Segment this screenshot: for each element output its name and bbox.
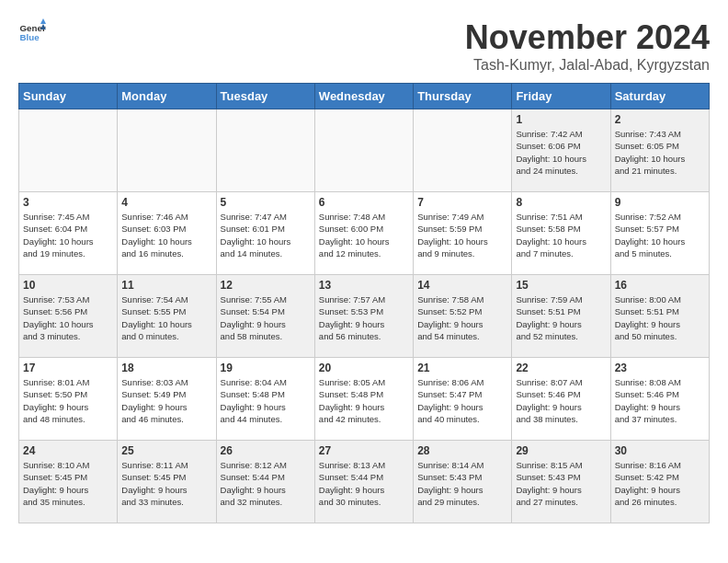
day-info: Sunrise: 7:42 AM Sunset: 6:06 PM Dayligh…	[516, 128, 606, 177]
day-number: 21	[417, 362, 507, 374]
day-number: 6	[319, 196, 409, 209]
calendar-cell: 16Sunrise: 8:00 AM Sunset: 5:51 PM Dayli…	[610, 275, 709, 358]
calendar-cell: 4Sunrise: 7:46 AM Sunset: 6:03 PM Daylig…	[118, 192, 216, 275]
day-info: Sunrise: 7:46 AM Sunset: 6:03 PM Dayligh…	[121, 211, 211, 259]
day-info: Sunrise: 7:59 AM Sunset: 5:51 PM Dayligh…	[516, 293, 606, 342]
calendar-cell: 5Sunrise: 7:47 AM Sunset: 6:01 PM Daylig…	[216, 192, 314, 275]
calendar-cell: 18Sunrise: 8:03 AM Sunset: 5:49 PM Dayli…	[118, 358, 216, 441]
calendar-cell: 14Sunrise: 7:58 AM Sunset: 5:52 PM Dayli…	[414, 275, 512, 358]
day-info: Sunrise: 8:16 AM Sunset: 5:42 PM Dayligh…	[615, 459, 705, 508]
day-number: 29	[516, 444, 606, 457]
calendar-cell: 7Sunrise: 7:49 AM Sunset: 5:59 PM Daylig…	[414, 192, 512, 275]
day-info: Sunrise: 8:13 AM Sunset: 5:44 PM Dayligh…	[319, 459, 409, 508]
calendar-week-row: 17Sunrise: 8:01 AM Sunset: 5:50 PM Dayli…	[19, 358, 710, 441]
day-info: Sunrise: 8:14 AM Sunset: 5:43 PM Dayligh…	[417, 459, 507, 508]
calendar-week-row: 24Sunrise: 8:10 AM Sunset: 5:45 PM Dayli…	[19, 441, 710, 523]
calendar-cell: 24Sunrise: 8:10 AM Sunset: 5:45 PM Dayli…	[19, 441, 118, 523]
calendar-cell: 12Sunrise: 7:55 AM Sunset: 5:54 PM Dayli…	[216, 275, 314, 358]
title-section: November 2024 Tash-Kumyr, Jalal-Abad, Ky…	[465, 18, 710, 74]
calendar-cell	[216, 109, 314, 192]
day-info: Sunrise: 8:01 AM Sunset: 5:50 PM Dayligh…	[23, 376, 113, 425]
day-number: 24	[23, 444, 113, 457]
calendar-cell: 17Sunrise: 8:01 AM Sunset: 5:50 PM Dayli…	[19, 358, 118, 441]
calendar-cell: 2Sunrise: 7:43 AM Sunset: 6:05 PM Daylig…	[610, 109, 709, 192]
day-number: 14	[417, 279, 507, 292]
weekday-header-sunday: Sunday	[19, 84, 118, 109]
day-info: Sunrise: 7:54 AM Sunset: 5:55 PM Dayligh…	[121, 293, 211, 342]
calendar-cell: 8Sunrise: 7:51 AM Sunset: 5:58 PM Daylig…	[512, 192, 610, 275]
day-number: 18	[121, 362, 211, 374]
day-number: 9	[615, 196, 705, 209]
day-info: Sunrise: 8:04 AM Sunset: 5:48 PM Dayligh…	[221, 376, 311, 425]
svg-text:Blue: Blue	[20, 32, 40, 42]
calendar-cell: 15Sunrise: 7:59 AM Sunset: 5:51 PM Dayli…	[512, 275, 610, 358]
weekday-header-saturday: Saturday	[610, 84, 709, 109]
day-info: Sunrise: 8:11 AM Sunset: 5:45 PM Dayligh…	[121, 459, 211, 508]
calendar-week-row: 10Sunrise: 7:53 AM Sunset: 5:56 PM Dayli…	[19, 275, 710, 358]
day-number: 26	[221, 444, 311, 457]
calendar-cell: 20Sunrise: 8:05 AM Sunset: 5:48 PM Dayli…	[314, 358, 413, 441]
weekday-header-tuesday: Tuesday	[216, 84, 314, 109]
day-number: 1	[516, 113, 606, 126]
calendar-week-row: 1Sunrise: 7:42 AM Sunset: 6:06 PM Daylig…	[19, 109, 710, 192]
day-number: 20	[319, 362, 409, 374]
calendar-cell: 22Sunrise: 8:07 AM Sunset: 5:46 PM Dayli…	[512, 358, 610, 441]
day-info: Sunrise: 7:48 AM Sunset: 6:00 PM Dayligh…	[319, 211, 409, 259]
day-info: Sunrise: 7:58 AM Sunset: 5:52 PM Dayligh…	[417, 293, 507, 342]
page-header: General Blue November 2024 Tash-Kumyr, J…	[18, 18, 710, 74]
calendar-cell: 11Sunrise: 7:54 AM Sunset: 5:55 PM Dayli…	[118, 275, 216, 358]
logo: General Blue	[18, 18, 46, 46]
calendar-cell: 26Sunrise: 8:12 AM Sunset: 5:44 PM Dayli…	[216, 441, 314, 523]
calendar-cell: 28Sunrise: 8:14 AM Sunset: 5:43 PM Dayli…	[414, 441, 512, 523]
day-number: 23	[615, 362, 705, 374]
weekday-header-monday: Monday	[118, 84, 216, 109]
weekday-header-thursday: Thursday	[414, 84, 512, 109]
calendar-cell: 13Sunrise: 7:57 AM Sunset: 5:53 PM Dayli…	[314, 275, 413, 358]
calendar-cell	[314, 109, 413, 192]
calendar-week-row: 3Sunrise: 7:45 AM Sunset: 6:04 PM Daylig…	[19, 192, 710, 275]
calendar-cell: 6Sunrise: 7:48 AM Sunset: 6:00 PM Daylig…	[314, 192, 413, 275]
day-number: 7	[417, 196, 507, 209]
day-number: 10	[23, 279, 113, 292]
calendar-cell: 19Sunrise: 8:04 AM Sunset: 5:48 PM Dayli…	[216, 358, 314, 441]
calendar-cell	[19, 109, 118, 192]
day-info: Sunrise: 8:05 AM Sunset: 5:48 PM Dayligh…	[319, 376, 409, 425]
logo-icon: General Blue	[18, 18, 46, 46]
day-number: 15	[516, 279, 606, 292]
calendar-cell: 3Sunrise: 7:45 AM Sunset: 6:04 PM Daylig…	[19, 192, 118, 275]
calendar-cell: 23Sunrise: 8:08 AM Sunset: 5:46 PM Dayli…	[610, 358, 709, 441]
day-number: 30	[615, 444, 705, 457]
day-number: 11	[121, 279, 211, 292]
day-info: Sunrise: 7:57 AM Sunset: 5:53 PM Dayligh…	[319, 293, 409, 342]
day-info: Sunrise: 7:55 AM Sunset: 5:54 PM Dayligh…	[221, 293, 311, 342]
day-number: 5	[221, 196, 311, 209]
calendar-cell: 27Sunrise: 8:13 AM Sunset: 5:44 PM Dayli…	[314, 441, 413, 523]
day-number: 8	[516, 196, 606, 209]
day-info: Sunrise: 8:10 AM Sunset: 5:45 PM Dayligh…	[23, 459, 113, 508]
day-info: Sunrise: 8:06 AM Sunset: 5:47 PM Dayligh…	[417, 376, 507, 425]
calendar-cell: 1Sunrise: 7:42 AM Sunset: 6:06 PM Daylig…	[512, 109, 610, 192]
day-number: 4	[121, 196, 211, 209]
day-info: Sunrise: 7:52 AM Sunset: 5:57 PM Dayligh…	[615, 211, 705, 259]
day-number: 12	[221, 279, 311, 292]
day-number: 19	[221, 362, 311, 374]
day-info: Sunrise: 7:49 AM Sunset: 5:59 PM Dayligh…	[417, 211, 507, 259]
calendar-table: SundayMondayTuesdayWednesdayThursdayFrid…	[18, 83, 710, 523]
weekday-header-row: SundayMondayTuesdayWednesdayThursdayFrid…	[19, 84, 710, 109]
calendar-cell: 9Sunrise: 7:52 AM Sunset: 5:57 PM Daylig…	[610, 192, 709, 275]
calendar-cell	[414, 109, 512, 192]
day-number: 3	[23, 196, 113, 209]
day-number: 16	[615, 279, 705, 292]
day-number: 22	[516, 362, 606, 374]
day-info: Sunrise: 8:07 AM Sunset: 5:46 PM Dayligh…	[516, 376, 606, 425]
calendar-cell: 30Sunrise: 8:16 AM Sunset: 5:42 PM Dayli…	[610, 441, 709, 523]
location-title: Tash-Kumyr, Jalal-Abad, Kyrgyzstan	[465, 57, 710, 74]
day-info: Sunrise: 8:00 AM Sunset: 5:51 PM Dayligh…	[615, 293, 705, 342]
day-info: Sunrise: 7:47 AM Sunset: 6:01 PM Dayligh…	[221, 211, 311, 259]
day-info: Sunrise: 7:53 AM Sunset: 5:56 PM Dayligh…	[23, 293, 113, 342]
day-info: Sunrise: 8:03 AM Sunset: 5:49 PM Dayligh…	[121, 376, 211, 425]
day-number: 2	[615, 113, 705, 126]
day-number: 25	[121, 444, 211, 457]
calendar-cell: 21Sunrise: 8:06 AM Sunset: 5:47 PM Dayli…	[414, 358, 512, 441]
calendar-body: 1Sunrise: 7:42 AM Sunset: 6:06 PM Daylig…	[19, 109, 710, 523]
